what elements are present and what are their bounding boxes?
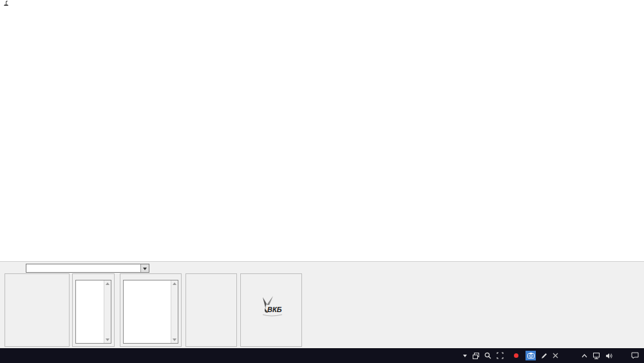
- screenshot-button[interactable]: [523, 348, 538, 363]
- vkb-joytester-window: ВКБ: [0, 0, 644, 363]
- device-select[interactable]: [26, 264, 149, 273]
- rec-dot-icon: [514, 353, 518, 358]
- log-scrollbar[interactable]: [171, 280, 178, 343]
- buttons-groupbox: [72, 273, 115, 347]
- links-groupbox: ВКБ: [240, 273, 302, 347]
- select-region-icon[interactable]: [494, 348, 506, 363]
- stop-recorder-button[interactable]: [550, 348, 561, 363]
- taskbar: [0, 348, 644, 363]
- annotate-button[interactable]: [538, 348, 550, 363]
- joystick-icon: [3, 0, 9, 6]
- scroll-down-icon[interactable]: [104, 337, 111, 343]
- chevron-down-icon: [143, 268, 147, 270]
- device-select-dropdown-button[interactable]: [140, 264, 149, 272]
- oscilloscope-chart: [0, 0, 644, 261]
- svg-text:ВКБ: ВКБ: [267, 306, 282, 313]
- network-icon[interactable]: [590, 348, 603, 363]
- camera-icon: [526, 351, 536, 360]
- axes-groupbox: [5, 273, 70, 347]
- scroll-up-icon[interactable]: [171, 280, 178, 287]
- close-button[interactable]: [631, 0, 643, 6]
- scroll-down-icon[interactable]: [171, 337, 178, 343]
- volume-icon[interactable]: [603, 348, 616, 363]
- maximize-button[interactable]: [616, 0, 627, 6]
- zoom-tool-icon[interactable]: [482, 348, 494, 363]
- vkb-logo-icon: ВКБ: [256, 296, 286, 318]
- tray-expand-chevron-icon[interactable]: [579, 348, 590, 363]
- rec-indicator[interactable]: [511, 348, 523, 363]
- title-bar: [0, 0, 644, 7]
- system-tray: [460, 348, 644, 363]
- log-listbox[interactable]: [123, 280, 178, 344]
- buttons-scrollbar[interactable]: [104, 280, 111, 343]
- notification-center-icon[interactable]: [629, 348, 644, 363]
- minimize-button[interactable]: [600, 0, 612, 6]
- control-panel: ВКБ: [0, 261, 644, 348]
- scroll-up-icon[interactable]: [104, 280, 111, 287]
- window-mode-icon[interactable]: [470, 348, 482, 363]
- buttons-listbox[interactable]: [75, 280, 111, 344]
- recorder-menu-chevron-icon[interactable]: [460, 348, 470, 363]
- log-groupbox: [120, 273, 182, 347]
- help-groupbox: [185, 273, 237, 347]
